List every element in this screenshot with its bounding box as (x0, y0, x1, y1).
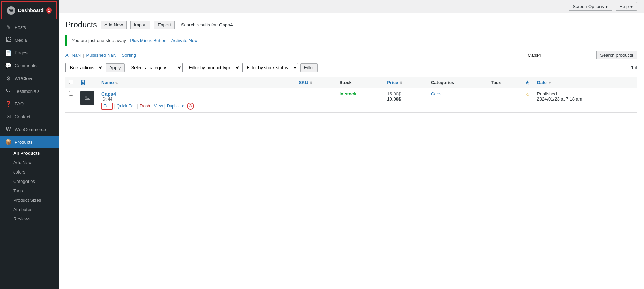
products-icon: 📦 (5, 139, 12, 145)
submenu-tags[interactable]: Tags (0, 186, 59, 195)
col-header-price[interactable]: Price ⇅ (383, 77, 427, 88)
row-star-cell: ☆ (522, 88, 534, 113)
stock-status: In stock (339, 91, 356, 96)
trash-link[interactable]: Trash (140, 104, 150, 109)
search-results-label: Search results for: Caps4 (181, 22, 233, 27)
select-all-checkbox[interactable] (69, 80, 73, 84)
filter-button[interactable]: Filter (300, 63, 318, 72)
sku-sort-icon: ⇅ (310, 81, 312, 85)
search-products-button[interactable]: Search products (596, 51, 637, 59)
row-checkbox[interactable] (69, 91, 73, 96)
submenu-reviews[interactable]: Reviews (0, 214, 59, 224)
screen-options-button[interactable]: Screen Options (569, 2, 612, 11)
product-thumbnail (80, 91, 94, 105)
col-header-name[interactable]: Name ⇅ (98, 77, 295, 88)
submenu-product-sizes[interactable]: Product Sizes (0, 195, 59, 205)
quick-edit-link[interactable]: Quick Edit (117, 104, 136, 109)
sidebar-item-media[interactable]: 🖼 Media (0, 34, 59, 46)
sidebar-item-pages[interactable]: 📄 Pages (0, 46, 59, 59)
contact-icon: ✉ (5, 113, 12, 120)
sidebar-item-posts[interactable]: ✎ Posts (0, 21, 59, 34)
sidebar-item-comments[interactable]: 💬 Comments (0, 59, 59, 72)
filter-links: All NaN | Published NaN | Sorting (65, 53, 136, 58)
main-content: Screen Options Help Products Add New Imp… (59, 0, 644, 289)
edit-link[interactable]: Edit (101, 103, 113, 110)
filter-bar-top: All NaN | Published NaN | Sorting Search… (65, 51, 637, 59)
circle-badge-3: 3 (187, 103, 194, 110)
date-sort-icon: ▼ (548, 81, 551, 85)
col-header-sku[interactable]: SKU ⇅ (295, 77, 336, 88)
import-button[interactable]: Import (130, 21, 151, 29)
submenu-all-products[interactable]: All Products (0, 148, 59, 158)
view-link[interactable]: View (154, 104, 163, 109)
filter-all-link[interactable]: All NaN (65, 53, 81, 58)
search-products-input[interactable] (525, 51, 594, 59)
product-image-icon (83, 94, 92, 102)
col-header-star[interactable]: ★ (522, 77, 534, 88)
stock-status-filter-select[interactable]: Filter by stock status (242, 63, 298, 72)
export-button[interactable]: Export (154, 21, 175, 29)
dashboard-label: Dashboard (18, 8, 44, 13)
apply-button[interactable]: Apply (106, 63, 125, 72)
row-price-cell: 15.00$ 10.00$ (383, 88, 427, 113)
date-status: Published (537, 91, 634, 96)
promo-text: You are just one step away - (72, 38, 129, 43)
product-type-filter-select[interactable]: Filter by product type (185, 63, 240, 72)
submenu-attributes[interactable]: Attributes (0, 205, 59, 214)
row-sku-cell: – (295, 88, 336, 113)
product-id-text: ID: 44 (101, 97, 292, 102)
col-header-thumb: 🖼 (77, 77, 98, 88)
dashboard-menu-item[interactable]: W Dashboard 1 (1, 1, 57, 19)
bulk-actions-select[interactable]: Bulk actions (65, 63, 103, 72)
sidebar-item-faq[interactable]: ❓ FAQ (0, 97, 59, 110)
woocommerce-label: WooCommerce (15, 127, 46, 132)
sale-price: 10.00$ (387, 96, 424, 102)
action-bar: Bulk actions Apply Select a category Fil… (65, 63, 637, 72)
submenu-colors[interactable]: colors (0, 167, 59, 177)
product-name-link[interactable]: Caps4 (101, 91, 116, 97)
svg-rect-0 (83, 94, 92, 102)
original-price: 15.00$ (387, 91, 424, 96)
sidebar: W Dashboard 1 ✎ Posts 🖼 Media 📄 Pages 💬 … (0, 0, 59, 289)
category-link[interactable]: Caps (431, 91, 441, 96)
filter-sorting-link[interactable]: Sorting (122, 53, 136, 58)
star-icon: ★ (525, 80, 529, 85)
row-thumb-cell (77, 88, 98, 113)
promo-bar: You are just one step away - Plus Minus … (65, 35, 637, 46)
sidebar-item-wpclever[interactable]: ⚙ WPClever (0, 72, 59, 85)
contact-label: Contact (15, 114, 30, 119)
col-header-cb (65, 77, 77, 88)
row-categories-cell: Caps (427, 88, 488, 113)
star-toggle[interactable]: ☆ (525, 91, 530, 97)
col-header-date[interactable]: Date ▼ (534, 77, 637, 88)
category-filter-select[interactable]: Select a category (127, 63, 183, 72)
promo-link[interactable]: Plus Minus Button – Activate Now (130, 38, 197, 43)
testimonials-icon: 🗨 (5, 88, 12, 94)
dashboard-badge: 1 (46, 7, 52, 14)
media-label: Media (15, 38, 27, 43)
image-icon: 🖼 (80, 80, 85, 85)
price-sort-icon: ⇅ (399, 81, 402, 85)
sidebar-item-products[interactable]: 📦 Products All Products Add New colors C… (0, 136, 59, 224)
duplicate-link[interactable]: Duplicate (167, 104, 184, 109)
row-date-cell: Published 2024/01/23 at 7:18 am (534, 88, 637, 113)
col-header-tags: Tags (488, 77, 522, 88)
page-title-row: Products Add New Import Export Search re… (65, 20, 637, 30)
products-menu-item[interactable]: 📦 Products (0, 136, 59, 148)
help-button[interactable]: Help (616, 2, 637, 11)
submenu-add-new[interactable]: Add New (0, 158, 59, 167)
posts-label: Posts (15, 25, 26, 30)
posts-icon: ✎ (5, 24, 12, 31)
sidebar-item-testimonials[interactable]: 🗨 Testimonials (0, 85, 59, 97)
col-header-categories: Categories (427, 77, 488, 88)
sidebar-item-woocommerce[interactable]: W WooCommerce (0, 123, 59, 136)
sidebar-item-contact[interactable]: ✉ Contact (0, 110, 59, 123)
row-actions: Edit | Quick Edit | Trash | View | Dupli… (101, 103, 292, 110)
table-header-row: 🖼 Name ⇅ SKU ⇅ Stock Price (65, 77, 637, 88)
submenu-categories[interactable]: Categories (0, 177, 59, 186)
filter-published-link[interactable]: Published NaN (86, 53, 116, 58)
row-checkbox-cell (65, 88, 77, 113)
wpclever-label: WPClever (15, 76, 35, 81)
testimonials-label: Testimonials (15, 89, 40, 94)
add-new-button[interactable]: Add New (101, 21, 127, 29)
